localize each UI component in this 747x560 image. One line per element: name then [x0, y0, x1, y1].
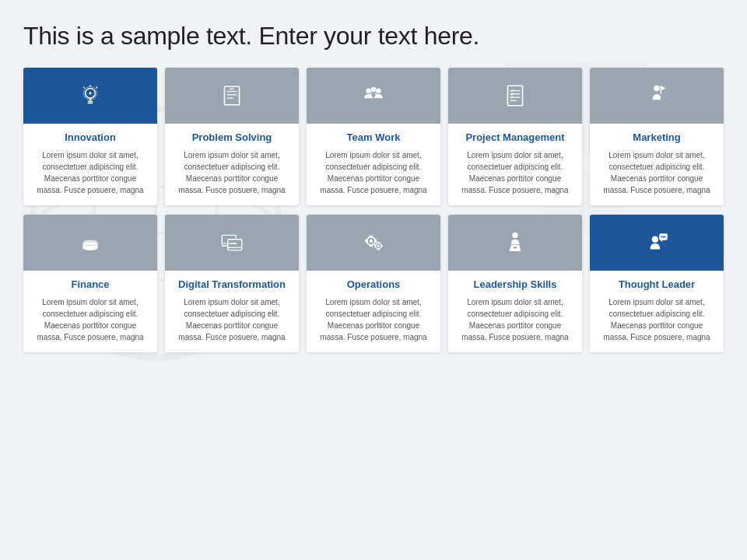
card-thought-leader: Thought Leader Lorem ipsum dolor sit ame…: [590, 215, 724, 352]
svg-rect-53: [377, 242, 380, 243]
card-leadership-skills: Leadership Skills Lorem ipsum dolor sit …: [448, 215, 582, 352]
cards-row-1: Innovation Lorem ipsum dolor sit amet, c…: [23, 68, 724, 205]
card-body-marketing: Marketing Lorem ipsum dolor sit amet, co…: [590, 124, 724, 205]
card-text-problem-solving: Lorem ipsum dolor sit amet, consectetuer…: [173, 149, 291, 196]
svg-point-57: [512, 233, 517, 238]
card-icon-area-problem-solving: 3/9: [165, 68, 299, 124]
svg-rect-54: [377, 248, 380, 250]
finance-icon: [77, 229, 103, 256]
card-marketing: Marketing Lorem ipsum dolor sit amet, co…: [590, 68, 724, 205]
card-icon-area-project-management: [448, 68, 582, 124]
card-body-digital-transformation: Digital Transformation Lorem ipsum dolor…: [165, 271, 299, 352]
cards-row-2: Finance Lorem ipsum dolor sit amet, cons…: [23, 215, 724, 352]
card-text-finance: Lorem ipsum dolor sit amet, consectetuer…: [31, 296, 149, 343]
svg-point-14: [89, 92, 91, 94]
svg-rect-50: [374, 240, 377, 243]
svg-point-21: [366, 88, 370, 93]
svg-rect-49: [365, 240, 367, 243]
operations-icon: [360, 229, 387, 256]
thought-leader-icon: [644, 229, 670, 256]
card-text-thought-leader: Lorem ipsum dolor sit amet, consectetuer…: [598, 296, 716, 343]
card-finance: Finance Lorem ipsum dolor sit amet, cons…: [23, 215, 157, 352]
svg-point-23: [371, 87, 376, 92]
card-icon-area-operations: [307, 215, 440, 271]
card-text-marketing: Lorem ipsum dolor sit amet, consectetuer…: [598, 149, 716, 196]
leadership-skills-icon: [502, 229, 528, 256]
card-icon-area-finance: [23, 215, 157, 271]
card-icon-area-marketing: [590, 68, 724, 124]
card-text-project-management: Lorem ipsum dolor sit amet, consectetuer…: [456, 149, 574, 196]
svg-rect-48: [370, 244, 373, 247]
card-icon-area-team-work: [307, 68, 440, 124]
card-title-operations: Operations: [314, 278, 433, 290]
card-title-finance: Finance: [31, 278, 149, 290]
card-operations: Operations Lorem ipsum dolor sit amet, c…: [307, 215, 440, 352]
card-icon-area-digital-transformation: [165, 215, 299, 271]
svg-point-22: [376, 88, 381, 93]
svg-point-64: [661, 236, 662, 238]
card-digital-transformation: Digital Transformation Lorem ipsum dolor…: [165, 215, 299, 352]
card-body-project-management: Project Management Lorem ipsum dolor sit…: [448, 124, 582, 205]
card-body-operations: Operations Lorem ipsum dolor sit amet, c…: [307, 271, 440, 352]
page-title: This is a sample text. Enter your text h…: [23, 22, 724, 51]
svg-point-31: [654, 86, 659, 91]
card-body-thought-leader: Thought Leader Lorem ipsum dolor sit ame…: [590, 271, 724, 352]
card-title-team-work: Team Work: [314, 131, 433, 143]
svg-marker-33: [661, 86, 665, 90]
svg-marker-63: [660, 240, 663, 242]
card-title-thought-leader: Thought Leader: [598, 278, 716, 290]
card-title-innovation: Innovation: [31, 131, 149, 143]
card-innovation: Innovation Lorem ipsum dolor sit amet, c…: [23, 68, 157, 205]
svg-point-61: [652, 236, 659, 243]
card-title-digital-transformation: Digital Transformation: [173, 278, 291, 290]
card-icon-area-thought-leader: [590, 215, 724, 271]
svg-point-66: [665, 236, 666, 238]
card-text-innovation: Lorem ipsum dolor sit amet, consectetuer…: [31, 149, 149, 196]
card-body-innovation: Innovation Lorem ipsum dolor sit amet, c…: [23, 124, 157, 205]
card-project-management: Project Management Lorem ipsum dolor sit…: [448, 68, 582, 205]
card-problem-solving: 3/9 Problem Solving Lorem ipsum dolor si…: [165, 68, 299, 205]
card-body-leadership-skills: Leadership Skills Lorem ipsum dolor sit …: [448, 271, 582, 352]
svg-rect-55: [374, 245, 376, 247]
team-work-icon: [360, 82, 387, 109]
svg-point-65: [662, 236, 664, 238]
svg-line-13: [96, 87, 97, 89]
problem-solving-icon: 3/9: [219, 82, 245, 109]
card-text-digital-transformation: Lorem ipsum dolor sit amet, consectetuer…: [173, 296, 291, 343]
svg-text:3/9: 3/9: [230, 87, 235, 91]
svg-rect-41: [228, 240, 242, 250]
innovation-icon: [77, 82, 103, 109]
card-icon-area-leadership-skills: [448, 215, 582, 271]
card-icon-area-innovation: [23, 68, 157, 124]
card-title-problem-solving: Problem Solving: [173, 131, 291, 143]
svg-rect-26: [507, 86, 522, 106]
svg-line-12: [83, 87, 85, 89]
svg-point-52: [377, 245, 380, 247]
card-text-leadership-skills: Lorem ipsum dolor sit amet, consectetuer…: [456, 296, 574, 343]
card-title-project-management: Project Management: [456, 131, 574, 143]
svg-point-46: [370, 240, 373, 243]
svg-rect-60: [514, 247, 517, 248]
digital-transformation-icon: [219, 229, 245, 256]
project-management-icon: [502, 82, 528, 109]
marketing-icon: [644, 82, 670, 109]
card-title-leadership-skills: Leadership Skills: [456, 278, 574, 290]
card-text-team-work: Lorem ipsum dolor sit amet, consectetuer…: [314, 149, 433, 196]
card-body-team-work: Team Work Lorem ipsum dolor sit amet, co…: [307, 124, 440, 205]
card-text-operations: Lorem ipsum dolor sit amet, consectetuer…: [314, 296, 433, 343]
card-team-work: Team Work Lorem ipsum dolor sit amet, co…: [307, 68, 440, 205]
svg-rect-47: [370, 235, 373, 237]
svg-rect-56: [381, 245, 383, 247]
card-body-problem-solving: Problem Solving Lorem ipsum dolor sit am…: [165, 124, 299, 205]
card-title-marketing: Marketing: [598, 131, 716, 143]
card-body-finance: Finance Lorem ipsum dolor sit amet, cons…: [23, 271, 157, 352]
